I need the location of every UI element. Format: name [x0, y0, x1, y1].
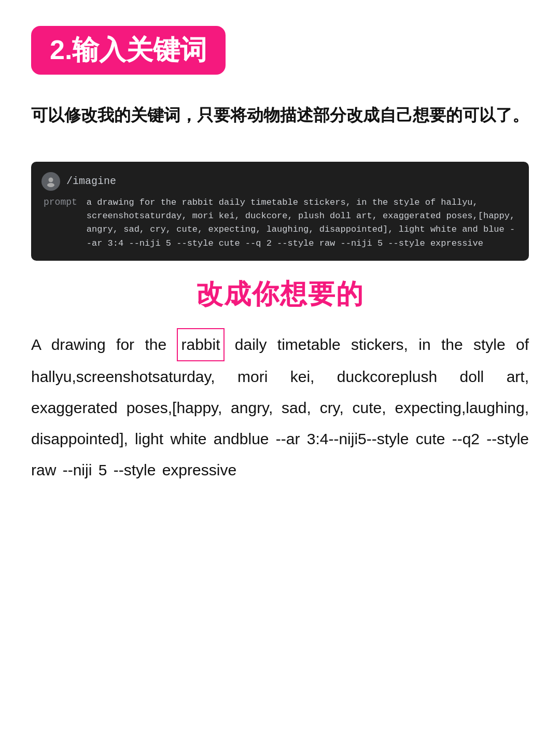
svg-point-1 [47, 183, 54, 187]
discord-prompt-text: a drawing for the rabbit daily timetable… [87, 196, 516, 250]
discord-label: prompt [44, 196, 77, 250]
discord-screenshot: /imagine prompt a drawing for the rabbit… [31, 162, 529, 261]
discord-command: /imagine [66, 175, 116, 187]
discord-avatar [41, 172, 60, 191]
change-heading: 改成你想要的 [31, 276, 529, 313]
discord-header: /imagine [41, 172, 516, 191]
discord-prompt-row: prompt a drawing for the rabbit daily ti… [41, 196, 516, 250]
prompt-before-highlight: A drawing for the [31, 336, 177, 353]
svg-point-0 [49, 177, 53, 182]
title-badge: 2.输入关键词 [31, 26, 226, 75]
highlight-word: rabbit [177, 328, 224, 361]
description-text: 可以修改我的关键词，只要将动物描述部分改成自己想要的可以了。 [31, 101, 529, 131]
prompt-after-highlight: daily timetable stickers, in the style o… [31, 336, 529, 478]
prompt-display: A drawing for the rabbit daily timetable… [31, 328, 529, 486]
